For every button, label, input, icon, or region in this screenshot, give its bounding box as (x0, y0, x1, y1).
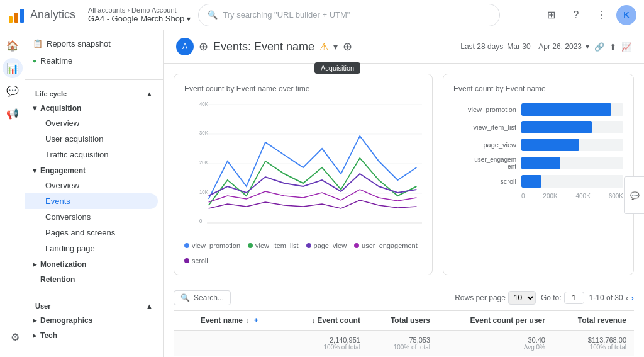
apps-icon-button[interactable]: ⊞ (541, 5, 561, 25)
event-avatar: A (176, 38, 194, 55)
subtotal-per-user: 30.40 Avg 0% (438, 331, 553, 356)
realtime-label: Realtime (40, 56, 72, 65)
analytics-logo-icon (8, 6, 25, 24)
legend-user-engagement: user_engagement (354, 242, 418, 249)
search-bar[interactable]: 🔍 Try searching "URL builder + UTM" (198, 4, 500, 26)
tech-label: Tech (40, 331, 57, 340)
bar-label-user-engagement: user_engagement (453, 156, 516, 170)
date-range[interactable]: Last 28 days Mar 30 – Apr 26, 2023 ▾ (460, 42, 589, 51)
retention-section[interactable]: ▸ Retention (25, 271, 163, 286)
bar-track-view-promotion (521, 103, 623, 116)
sidebar-item-events[interactable]: Events (25, 193, 158, 209)
date-label: Last 28 days (460, 42, 503, 51)
user-section[interactable]: User ▲ (25, 297, 163, 312)
next-page-button[interactable]: › (631, 293, 634, 303)
sidebar-item-pages-screens[interactable]: Pages and screens (25, 225, 158, 241)
line-chart-legend: view_promotion view_item_list page_view … (184, 242, 422, 264)
svg-rect-1 (14, 13, 18, 23)
page-info: 1-10 of 30 (589, 293, 623, 302)
sidebar-item-conversions[interactable]: Conversions (25, 209, 158, 225)
rows-per-page: Rows per page 10 25 50 (455, 291, 536, 305)
acquisition-section[interactable]: ▾ Acquisition (25, 100, 163, 115)
svg-text:40K: 40K (199, 100, 208, 107)
bar-fill-scroll (521, 175, 541, 188)
filter-dropdown-icon[interactable]: ▾ (333, 42, 338, 52)
home-icon-button[interactable]: 🏠 (3, 35, 23, 55)
table-header: Event name ↕ + ↓ Event count Total users… (174, 311, 634, 331)
sidebar-item-traffic-acquisition[interactable]: Traffic acquisition (25, 147, 158, 162)
date-chevron-icon: ▾ (586, 42, 589, 51)
subtotal-row: 2,140,951 100% of total 75,053 100% of t… (174, 331, 634, 356)
add-comparison-icon[interactable]: ⊕ (199, 40, 208, 54)
col-event-name[interactable]: Event name ↕ + (193, 311, 286, 331)
svg-text:10K: 10K (199, 188, 208, 195)
acquisition-tooltip: Acquisition (314, 62, 360, 74)
bar-track-user-engagement (521, 157, 623, 169)
share-link-icon-button[interactable]: 🔗 (594, 42, 604, 52)
feedback-button[interactable]: 💬 (624, 176, 644, 214)
header-actions: Last 28 days Mar 30 – Apr 26, 2023 ▾ 🔗 ⬆… (460, 42, 631, 52)
share-icon-button[interactable]: ⬆ (609, 42, 616, 52)
demographics-label: Demographics (40, 316, 92, 325)
sidebar-item-user-acquisition[interactable]: User acquisition (25, 131, 158, 147)
sidebar: 📋 Reports snapshot ● Realtime Life cycle… (25, 30, 164, 357)
tech-section[interactable]: ▸ Tech (25, 327, 163, 343)
property-name[interactable]: GA4 - Google Merch Shop ▾ (88, 14, 191, 23)
bar-track-page-view (521, 139, 623, 151)
subtotal-revenue: $113,768.00 100% of total (553, 331, 634, 356)
sidebar-item-landing-page[interactable]: Landing page (25, 241, 158, 256)
sidebar-item-reports-snapshot[interactable]: 📋 Reports snapshot (25, 35, 163, 52)
sidebar-item-engagement-overview[interactable]: Overview (25, 178, 158, 193)
lifecycle-label: Life cycle (35, 90, 67, 98)
svg-text:20K: 20K (199, 159, 208, 166)
help-icon-button[interactable]: ? (566, 5, 586, 25)
advertising-icon-button[interactable]: 📢 (3, 103, 23, 123)
monetization-section[interactable]: ▸ Monetization (25, 256, 163, 271)
sort-down-icon: ↓ (311, 316, 315, 325)
bar-label-view-promotion: view_promotion (453, 106, 516, 113)
rows-per-page-select[interactable]: 10 25 50 (508, 291, 536, 305)
account-path: All accounts › Demo Account (88, 6, 191, 14)
events-table: Event name ↕ + ↓ Event count Total users… (174, 311, 634, 357)
legend-view-item-list: view_item_list (248, 242, 298, 249)
add-column-icon[interactable]: + (254, 316, 258, 325)
lifecycle-collapse-icon: ▲ (146, 90, 153, 98)
content: Event count by Event name over time 40K … (164, 64, 644, 357)
explore-icon-button[interactable]: 💬 (3, 81, 23, 101)
dropdown-chevron-icon[interactable]: ▾ (187, 14, 191, 23)
demographics-section[interactable]: ▸ Demographics (25, 312, 163, 327)
bar-chart-title: Event count by Event name (453, 84, 623, 93)
lifecycle-section[interactable]: Life cycle ▲ (25, 85, 163, 100)
subtotal-total-users: 75,053 100% of total (368, 331, 438, 356)
engagement-label: Engagement (40, 166, 86, 175)
col-total-users: Total users (368, 311, 438, 331)
prev-page-button[interactable]: ‹ (626, 293, 629, 303)
realtime-icon: ● (33, 57, 36, 64)
table-search[interactable]: 🔍 Search... (174, 290, 231, 305)
bar-fill-page-view (521, 139, 579, 151)
settings-icon-button[interactable]: ⚙ (5, 327, 25, 347)
user-collapse-icon: ▲ (146, 302, 153, 310)
col-num (174, 311, 193, 331)
more-icon-button[interactable]: ⋮ (591, 5, 611, 25)
sidebar-item-realtime[interactable]: ● Realtime (25, 52, 163, 69)
goto-input[interactable] (564, 292, 584, 304)
sidebar-item-acquisition-overview[interactable]: Overview (25, 115, 158, 131)
legend-view-promotion: view_promotion (184, 242, 240, 249)
bar-fill-view-promotion (521, 103, 611, 116)
legend-dot-user-engagement (354, 243, 359, 248)
col-event-count[interactable]: ↓ Event count (286, 311, 368, 331)
add-filter-icon[interactable]: ⊕ (343, 40, 352, 54)
reports-snapshot-label: Reports snapshot (47, 39, 111, 48)
engagement-section[interactable]: ▾ Engagement (25, 162, 163, 178)
reports-icon-button[interactable]: 📊 (3, 58, 23, 78)
bar-track-view-item-list (521, 121, 623, 133)
legend-dot-page-view (306, 243, 311, 248)
trending-icon-button[interactable]: 📈 (621, 42, 631, 52)
svg-rect-2 (20, 9, 24, 23)
user-label: User (35, 302, 50, 310)
table-toolbar: 🔍 Search... Rows per page 10 25 50 Go to… (174, 285, 634, 311)
subtotal-num (174, 331, 193, 356)
avatar[interactable]: K (616, 5, 636, 25)
bar-row-view-item-list: view_item_list (453, 121, 623, 133)
